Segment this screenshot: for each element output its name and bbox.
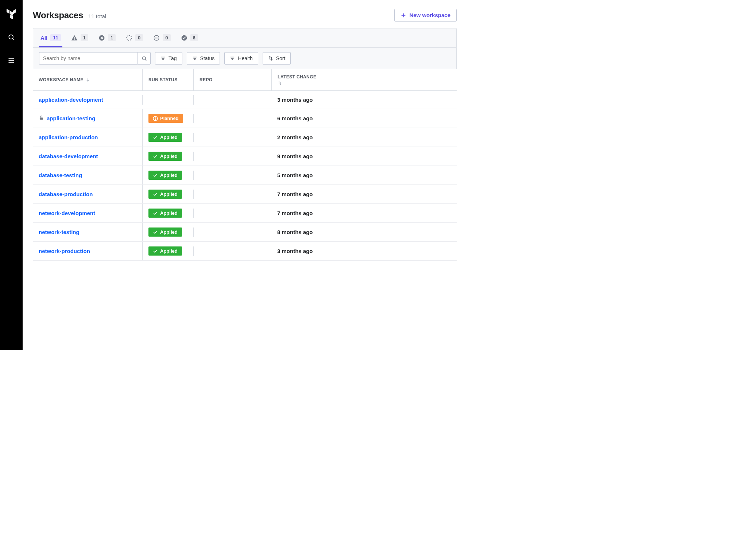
tab-warning[interactable]: 1 — [70, 32, 90, 47]
workspace-link[interactable]: application-development — [39, 97, 103, 103]
status-badge-applied: Applied — [148, 171, 182, 180]
sidebar — [0, 0, 23, 350]
svg-rect-29 — [40, 117, 43, 120]
search-input[interactable] — [39, 52, 138, 65]
svg-rect-8 — [74, 39, 75, 40]
error-icon — [98, 35, 105, 41]
sort-button[interactable]: Sort — [263, 52, 291, 65]
svg-point-12 — [127, 35, 132, 40]
filter-panel: All 11 1 1 0 0 — [33, 28, 457, 69]
status-badge-applied: Applied — [148, 228, 182, 237]
latest-change: 3 months ago — [271, 243, 457, 259]
column-workspace-name[interactable]: WORKSPACE NAME — [33, 69, 142, 90]
new-workspace-button[interactable]: New workspace — [394, 9, 457, 22]
column-repo: REPO — [193, 69, 271, 90]
paused-icon — [153, 35, 160, 41]
lock-icon — [39, 115, 44, 121]
tab-paused-count: 0 — [163, 34, 170, 41]
table-row: application-productionApplied2 months ag… — [33, 128, 457, 147]
status-filter-button[interactable]: Status — [187, 52, 220, 65]
status-filter-label: Status — [200, 55, 215, 61]
tab-all[interactable]: All 11 — [39, 32, 62, 47]
workspace-link[interactable]: database-testing — [39, 172, 82, 178]
warning-icon — [71, 35, 78, 41]
latest-change: 5 months ago — [271, 167, 457, 183]
page-title: Workspaces — [33, 10, 83, 20]
workspace-link[interactable]: application-testing — [47, 115, 95, 121]
status-badge-planned: Planned — [148, 114, 183, 123]
table-row: database-developmentApplied9 months ago — [33, 147, 457, 166]
svg-point-32 — [155, 119, 155, 120]
tab-success[interactable]: 6 — [179, 32, 200, 47]
tab-paused[interactable]: 0 — [152, 32, 172, 47]
sort-both-icon — [278, 81, 282, 85]
search-button[interactable] — [138, 52, 151, 65]
status-tabs: All 11 1 1 0 0 — [33, 28, 456, 48]
table-row: network-developmentApplied7 months ago — [33, 204, 457, 223]
tab-all-label: All — [40, 35, 47, 41]
table-row: network-testingApplied8 months ago — [33, 223, 457, 242]
running-icon — [126, 35, 132, 41]
table-row: network-productionApplied3 months ago — [33, 242, 457, 261]
latest-change: 8 months ago — [271, 224, 457, 240]
new-workspace-label: New workspace — [409, 12, 450, 18]
svg-line-18 — [145, 59, 146, 61]
status-badge-applied: Applied — [148, 209, 182, 218]
workspace-link[interactable]: application-production — [39, 134, 98, 140]
table-row: application-development3 months ago — [33, 91, 457, 109]
svg-point-17 — [142, 57, 146, 60]
workspace-link[interactable]: network-development — [39, 210, 95, 216]
svg-point-0 — [9, 35, 13, 39]
svg-point-13 — [154, 35, 159, 40]
status-badge-applied: Applied — [148, 133, 182, 142]
tab-all-count: 11 — [50, 34, 61, 41]
svg-rect-7 — [74, 37, 75, 39]
tag-filter-label: Tag — [169, 55, 177, 61]
table-row: database-productionApplied7 months ago — [33, 185, 457, 204]
latest-change: 7 months ago — [271, 205, 457, 221]
search-icon[interactable] — [6, 32, 16, 42]
tag-filter-button[interactable]: Tag — [155, 52, 182, 65]
terraform-logo-icon[interactable] — [6, 9, 16, 19]
table-row: database-testingApplied5 months ago — [33, 166, 457, 185]
status-badge-applied: Applied — [148, 152, 182, 161]
success-icon — [181, 35, 187, 41]
workspace-link[interactable]: database-production — [39, 191, 93, 197]
health-filter-button[interactable]: Health — [224, 52, 258, 65]
column-run-status: RUN STATUS — [142, 69, 193, 90]
table-body: application-development3 months agoappli… — [33, 91, 457, 261]
menu-icon[interactable] — [6, 55, 16, 66]
toolbar: Tag Status Health Sort — [33, 48, 456, 69]
tab-running[interactable]: 0 — [124, 32, 144, 47]
latest-change: 7 months ago — [271, 186, 457, 202]
status-badge-applied: Applied — [148, 246, 182, 256]
tab-warning-count: 1 — [81, 34, 88, 41]
sort-label: Sort — [276, 55, 286, 61]
column-latest-change[interactable]: LATEST CHANGE — [271, 69, 457, 90]
svg-line-1 — [13, 39, 14, 40]
latest-change: 9 months ago — [271, 148, 457, 164]
workspace-link[interactable]: network-production — [39, 248, 90, 254]
latest-change: 6 months ago — [271, 110, 457, 126]
status-badge-applied: Applied — [148, 190, 182, 199]
tab-error[interactable]: 1 — [97, 32, 117, 47]
latest-change: 2 months ago — [271, 129, 457, 145]
latest-change: 3 months ago — [271, 92, 457, 108]
table-row: application-testingPlanned6 months ago — [33, 109, 457, 128]
table-header: WORKSPACE NAME RUN STATUS REPO LATEST CH… — [33, 69, 457, 91]
sort-asc-icon — [86, 78, 90, 82]
tab-success-count: 6 — [190, 34, 198, 41]
page-subtitle: 11 total — [88, 13, 106, 19]
workspace-link[interactable]: database-development — [39, 153, 98, 159]
workspace-link[interactable]: network-testing — [39, 229, 80, 235]
health-filter-label: Health — [238, 55, 252, 61]
tab-error-count: 1 — [108, 34, 116, 41]
main-content: Workspaces 11 total New workspace All 11… — [23, 0, 467, 350]
tab-running-count: 0 — [135, 34, 143, 41]
